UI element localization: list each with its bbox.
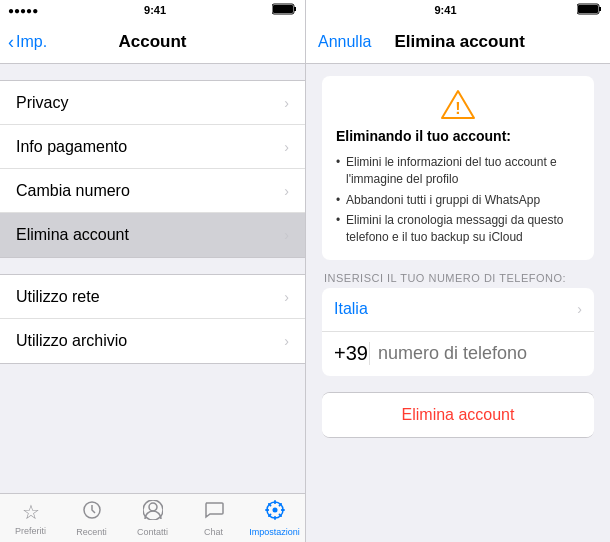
delete-account-button[interactable]: Elimina account [322,393,594,437]
clock-icon [82,500,102,525]
menu-item-info-pagamento-label: Info pagamento [16,138,127,156]
menu-item-info-pagamento[interactable]: Info pagamento › [0,125,305,169]
menu-item-privacy-label: Privacy [16,94,68,112]
chat-icon [204,500,224,525]
svg-rect-9 [599,7,601,11]
country-chevron-icon: › [577,301,582,317]
menu-item-privacy[interactable]: Privacy › [0,81,305,125]
battery-right [577,3,602,17]
menu-item-elimina-account[interactable]: Elimina account › [0,213,305,257]
chevron-icon: › [284,139,289,155]
star-icon: ☆ [22,500,40,524]
tab-impostazioni-label: Impostazioni [249,527,300,537]
tab-preferiti-label: Preferiti [15,526,46,536]
menu-item-cambia-numero[interactable]: Cambia numero › [0,169,305,213]
menu-item-utilizzo-archivio[interactable]: Utilizzo archivio › [0,319,305,363]
warning-title: Eliminando il tuo account: [336,128,580,144]
warning-bullet-2: Abbandoni tutti i gruppi di WhatsApp [336,190,580,211]
warning-bullet-1: Elimini le informazioni del tuo account … [336,152,580,190]
svg-text:!: ! [455,100,460,117]
back-label: Imp. [16,33,47,51]
battery-left [272,3,297,17]
warning-bullets: Elimini le informazioni del tuo account … [336,152,580,248]
time-right: 9:41 [434,4,456,16]
warning-triangle-icon: ! [441,88,475,120]
signal-left: ●●●●● [8,5,38,16]
tab-preferiti[interactable]: ☆ Preferiti [0,500,61,536]
phone-prefix: +39 [334,342,370,365]
right-nav-title: Elimina account [395,32,525,52]
menu-item-elimina-account-label: Elimina account [16,226,129,244]
svg-point-6 [272,507,277,512]
phone-number-input[interactable] [378,343,610,364]
chevron-icon: › [284,95,289,111]
nav-bar-right: Annulla Elimina account [306,20,610,64]
contact-icon [143,500,163,525]
tab-chat[interactable]: Chat [183,500,244,537]
warning-icon-row: ! [336,88,580,120]
tab-contatti[interactable]: Contatti [122,500,183,537]
phone-section-label: INSERISCI IL TUO NUMERO DI TELEFONO: [322,272,594,284]
tab-bar: ☆ Preferiti Recenti Contatti Chat [0,493,305,542]
tab-impostazioni[interactable]: Impostazioni [244,500,305,537]
back-chevron-icon: ‹ [8,33,14,51]
settings-icon [265,500,285,525]
warning-section: ! Eliminando il tuo account: Elimini le … [322,76,594,260]
status-bar-right: 9:41 [306,0,610,20]
cancel-button[interactable]: Annulla [318,33,371,51]
svg-rect-1 [294,7,296,11]
phone-input-row: +39 [322,332,594,376]
svg-rect-2 [273,5,293,13]
time-left: 9:41 [144,4,166,16]
svg-point-4 [149,503,157,511]
tab-recenti-label: Recenti [76,527,107,537]
menu-item-utilizzo-rete-label: Utilizzo rete [16,288,100,306]
left-panel: ●●●●● 9:41 ‹ Imp. Account Privacy › Info… [0,0,305,542]
menu-item-utilizzo-rete[interactable]: Utilizzo rete › [0,275,305,319]
svg-rect-10 [578,5,598,13]
right-panel: 9:41 Annulla Elimina account ! Eliminand… [305,0,610,542]
menu-item-utilizzo-archivio-label: Utilizzo archivio [16,332,127,350]
status-bar-left: ●●●●● 9:41 [0,0,305,20]
right-content: ! Eliminando il tuo account: Elimini le … [306,64,610,542]
chevron-icon: › [284,289,289,305]
delete-btn-container: Elimina account [322,392,594,438]
chevron-icon: › [284,183,289,199]
menu-section-1: Privacy › Info pagamento › Cambia numero… [0,80,305,258]
country-name: Italia [334,300,368,318]
phone-input-section: Italia › +39 [322,288,594,376]
country-selector[interactable]: Italia › [322,288,594,332]
nav-bar-left: ‹ Imp. Account [0,20,305,64]
back-button[interactable]: ‹ Imp. [8,33,47,51]
tab-chat-label: Chat [204,527,223,537]
tab-contatti-label: Contatti [137,527,168,537]
warning-bullet-3: Elimini la cronologia messaggi da questo… [336,210,580,248]
chevron-icon: › [284,227,289,243]
tab-recenti[interactable]: Recenti [61,500,122,537]
menu-item-cambia-numero-label: Cambia numero [16,182,130,200]
chevron-icon: › [284,333,289,349]
left-nav-title: Account [119,32,187,52]
menu-section-2: Utilizzo rete › Utilizzo archivio › [0,274,305,364]
